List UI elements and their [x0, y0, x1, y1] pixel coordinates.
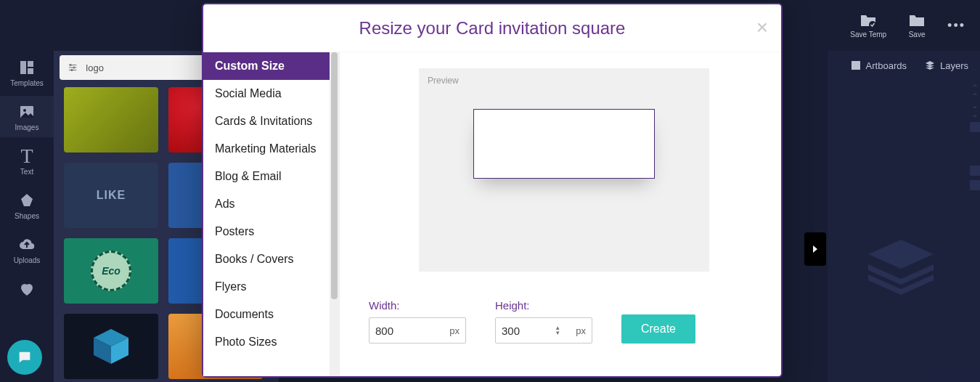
modal-title: Resize your Card invitation square	[359, 18, 626, 38]
height-unit: px	[576, 325, 586, 336]
height-input-wrap[interactable]: ▲▼ px	[495, 317, 592, 344]
preview-rect	[473, 109, 655, 179]
create-button[interactable]: Create	[621, 314, 695, 344]
cat-flyers[interactable]: Flyers	[203, 273, 339, 301]
cat-ads[interactable]: Ads	[203, 190, 339, 218]
width-group: Width: px	[369, 299, 466, 344]
cat-books-covers[interactable]: Books / Covers	[203, 245, 339, 273]
dimension-row: Width: px Height: ▲▼ px Create	[369, 299, 759, 344]
resize-modal: Resize your Card invitation square × Cus…	[202, 3, 783, 378]
resize-pane: Preview Width: px Height: ▲▼ px	[340, 52, 781, 376]
cat-photo-sizes[interactable]: Photo Sizes	[203, 328, 339, 356]
cat-social-media[interactable]: Social Media	[203, 80, 339, 107]
preview-box: Preview	[419, 68, 709, 272]
modal-header: Resize your Card invitation square ×	[203, 4, 781, 52]
cat-cards-invitations[interactable]: Cards & Invitations	[203, 107, 339, 135]
height-input[interactable]	[502, 325, 542, 337]
cat-marketing-materials[interactable]: Marketing Materials	[203, 135, 339, 163]
height-label: Height:	[495, 299, 592, 312]
height-stepper[interactable]: ▲▼	[555, 325, 560, 336]
width-label: Width:	[369, 299, 466, 312]
size-category-list: Custom Size Social Media Cards & Invitat…	[203, 52, 340, 376]
modal-close-button[interactable]: ×	[756, 17, 768, 38]
width-input[interactable]	[375, 325, 416, 337]
preview-label: Preview	[428, 76, 459, 86]
cat-custom-size[interactable]: Custom Size	[203, 52, 339, 80]
cat-documents[interactable]: Documents	[203, 301, 339, 328]
width-unit: px	[449, 325, 460, 336]
cat-posters[interactable]: Posters	[203, 218, 339, 245]
height-group: Height: ▲▼ px	[495, 299, 592, 344]
cat-blog-email[interactable]: Blog & Email	[203, 163, 339, 190]
category-scrollbar[interactable]	[330, 52, 339, 376]
width-input-wrap[interactable]: px	[369, 317, 466, 344]
